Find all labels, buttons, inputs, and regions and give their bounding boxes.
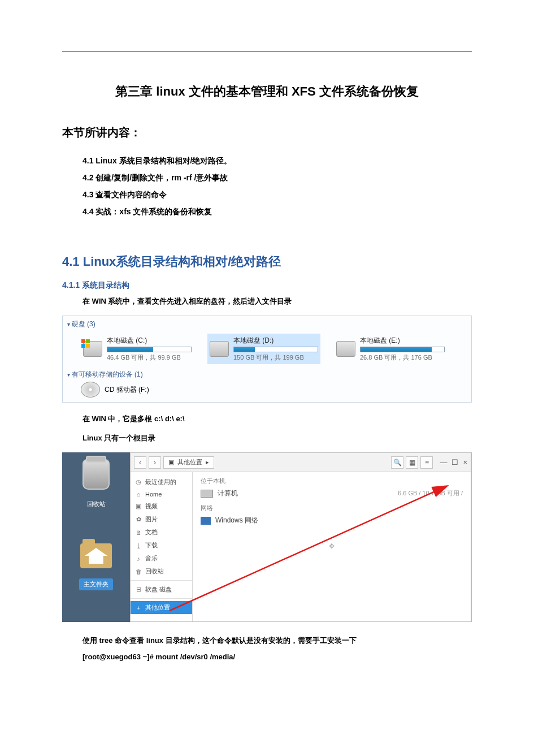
drive-capacity-bar (360, 347, 445, 352)
sidebar-item-floppy[interactable]: ⊟软盘 磁盘 (131, 583, 192, 596)
drive-free-text: 46.4 GB 可用，共 99.9 GB (107, 353, 192, 362)
chapter-title: 第三章 linux 文件的基本管理和 XFS 文件系统备份恢复 (62, 83, 472, 100)
home-folder-label[interactable]: 主文件夹 (79, 578, 113, 590)
home-icon: ⌂ (135, 491, 142, 498)
document-icon: 🗎 (135, 529, 142, 536)
window-maximize-button[interactable]: ☐ (451, 458, 458, 466)
cd-drive-icon (81, 382, 100, 398)
nav-forward-button[interactable]: › (149, 456, 161, 469)
folder-icon: ▣ (168, 459, 174, 466)
hard-drive-icon (336, 341, 355, 357)
drive-label: 本地磁盘 (E:) (360, 336, 445, 345)
sidebar-item-label: Home (145, 491, 162, 498)
windows-drives-screenshot: 硬盘 (3) 本地磁盘 (C:) 46.4 GB 可用，共 99.9 GB 本地… (62, 316, 472, 403)
breadcrumb[interactable]: ▣ 其他位置 ▸ (163, 456, 214, 469)
window-minimize-button[interactable]: — (440, 458, 447, 466)
sidebar-item-label: 视频 (145, 502, 158, 511)
floppy-icon: ⊟ (135, 586, 142, 593)
picture-icon: ✿ (135, 516, 142, 523)
outline-item: 4.4 实战：xfs 文件系统的备份和恢复 (83, 207, 472, 217)
clock-icon: ◷ (135, 478, 142, 486)
sidebar-item-label: 下载 (145, 541, 158, 550)
drive-e[interactable]: 本地磁盘 (E:) 26.8 GB 可用，共 176 GB (334, 334, 447, 364)
drive-c[interactable]: 本地磁盘 (C:) 46.4 GB 可用，共 99.9 GB (81, 334, 194, 364)
removable-group-header[interactable]: 有可移动存储的设备 (1) (67, 370, 467, 379)
file-manager-sidebar: ◷最近使用的 ⌂Home ▣视频 ✿图片 🗎文档 ⭳下载 ♪音乐 🗑回收站 ⊟软… (131, 472, 193, 621)
sidebar-item-home[interactable]: ⌂Home (131, 489, 192, 500)
sidebar-item-other-locations[interactable]: +其他位置 (131, 601, 192, 614)
video-icon: ▣ (135, 503, 142, 510)
entry-label: 计算机 (218, 489, 238, 498)
drive-free-text: 26.8 GB 可用，共 176 GB (360, 353, 445, 362)
page-top-rule (62, 51, 472, 51)
network-icon (201, 517, 211, 525)
entry-computer[interactable]: 计算机 6.6 GB / 10.7 GB 可用 / (201, 489, 463, 498)
computer-icon (201, 490, 213, 498)
view-icons-button[interactable]: ▦ (406, 456, 418, 469)
outline-list: 4.1 Linux 系统目录结构和相对/绝对路径。 4.2 创建/复制/删除文件… (62, 156, 472, 217)
search-button[interactable]: 🔍 (391, 456, 403, 469)
file-manager-toolbar: ‹ › ▣ 其他位置 ▸ 🔍 ▦ ≡ — ☐ × (131, 453, 471, 472)
sidebar-item-pictures[interactable]: ✿图片 (131, 513, 192, 526)
music-icon: ♪ (135, 555, 142, 562)
linux-filemanager-screenshot: 回收站 主文件夹 ‹ › ▣ 其他位置 ▸ 🔍 ▦ ≡ — ☐ × ◷ (62, 452, 472, 622)
sidebar-item-label: 图片 (145, 515, 158, 524)
desktop-strip: 回收站 主文件夹 (62, 452, 130, 622)
sidebar-item-label: 最近使用的 (145, 478, 176, 486)
hard-drive-icon (83, 341, 102, 357)
section-outline-label: 本节所讲内容： (62, 125, 472, 140)
sidebar-item-label: 其他位置 (145, 603, 170, 612)
sidebar-divider (131, 580, 192, 581)
cd-drive-label[interactable]: CD 驱动器 (F:) (105, 385, 149, 395)
drive-capacity-bar (107, 347, 192, 352)
trash-icon[interactable] (83, 459, 110, 490)
trash-label: 回收站 (87, 500, 106, 508)
entry-label: Windows 网络 (215, 516, 258, 525)
drive-d[interactable]: 本地磁盘 (D:) 150 GB 可用，共 199 GB (207, 334, 320, 364)
section-4-1-heading: 4.1 Linux系统目录结构和相对/绝对路径 (62, 253, 472, 270)
trash-small-icon: 🗑 (135, 568, 142, 575)
plus-icon: + (135, 604, 142, 611)
home-folder-icon[interactable] (80, 543, 112, 568)
sidebar-item-videos[interactable]: ▣视频 (131, 500, 192, 513)
main-heading-local: 位于本机 (201, 477, 463, 485)
paragraph-multi-root: 在 WIN 中，它是多根 c:\ d:\ e:\ (62, 414, 472, 424)
sidebar-item-documents[interactable]: 🗎文档 (131, 526, 192, 539)
removable-row: CD 驱动器 (F:) (67, 382, 467, 398)
outline-item: 4.2 创建/复制/删除文件，rm -rf /意外事故 (83, 173, 472, 183)
paragraph-win-intro: 在 WIN 系统中，查看文件先进入相应的盘符，然后进入文件目录 (62, 296, 472, 306)
sidebar-item-label: 回收站 (145, 567, 164, 576)
entry-windows-network[interactable]: Windows 网络 (201, 516, 463, 525)
paragraph-linux-single-root: Linux 只有一个根目录 (62, 433, 472, 443)
section-4-1-1-heading: 4.1.1 系统目录结构 (62, 280, 472, 291)
entry-capacity: 6.6 GB / 10.7 GB 可用 / (398, 489, 463, 498)
breadcrumb-label: 其他位置 (177, 458, 202, 466)
paragraph-tree-note: 使用 tree 命令查看 linux 目录结构，这个命令默认是没有安装的，需要手… (62, 636, 472, 646)
drive-label: 本地磁盘 (D:) (233, 336, 318, 345)
sidebar-item-music[interactable]: ♪音乐 (131, 552, 192, 565)
move-cursor-icon: ✥ (201, 542, 463, 550)
main-heading-network: 网络 (201, 504, 463, 512)
sidebar-item-label: 文档 (145, 528, 158, 537)
hard-drive-icon (210, 341, 229, 357)
chevron-right-icon: ▸ (206, 459, 209, 466)
sidebar-item-downloads[interactable]: ⭳下载 (131, 539, 192, 552)
download-icon: ⭳ (135, 542, 142, 549)
drive-free-text: 150 GB 可用，共 199 GB (233, 353, 318, 362)
sidebar-divider (131, 598, 192, 599)
sidebar-item-recent[interactable]: ◷最近使用的 (131, 476, 192, 489)
file-manager-window: ‹ › ▣ 其他位置 ▸ 🔍 ▦ ≡ — ☐ × ◷最近使用的 ⌂Home ▣视… (130, 452, 471, 622)
code-mount-command: [root@xuegod63 ~]# mount /dev/sr0 /media… (62, 653, 472, 661)
outline-item: 4.1 Linux 系统目录结构和相对/绝对路径。 (83, 156, 472, 166)
window-close-button[interactable]: × (463, 458, 467, 466)
sidebar-item-label: 软盘 磁盘 (145, 585, 172, 594)
drives-group-header[interactable]: 硬盘 (3) (67, 319, 467, 329)
nav-back-button[interactable]: ‹ (134, 456, 146, 469)
drives-row: 本地磁盘 (C:) 46.4 GB 可用，共 99.9 GB 本地磁盘 (D:)… (67, 331, 467, 370)
outline-item: 4.3 查看文件内容的命令 (83, 190, 472, 200)
file-manager-main: 位于本机 计算机 6.6 GB / 10.7 GB 可用 / 网络 Window… (193, 472, 471, 621)
sidebar-item-label: 音乐 (145, 554, 158, 563)
sidebar-item-trash[interactable]: 🗑回收站 (131, 565, 192, 578)
drive-capacity-bar (233, 347, 318, 352)
view-list-button[interactable]: ≡ (420, 456, 433, 469)
